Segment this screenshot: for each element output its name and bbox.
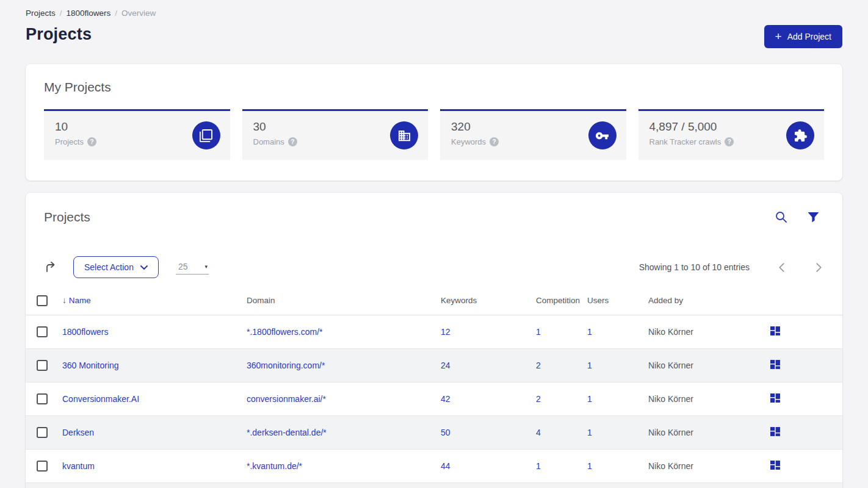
- page-header: Projects + Add Project: [26, 25, 842, 48]
- next-page-button[interactable]: [814, 260, 824, 274]
- dashboard-grid-icon[interactable]: [770, 359, 781, 370]
- project-domain-link[interactable]: *.kvantum.de/*: [247, 461, 302, 471]
- stat-label: Domains: [253, 137, 284, 146]
- stat-tile-domains: 30 Domains ?: [242, 109, 429, 160]
- page-title: Projects: [26, 25, 92, 44]
- breadcrumb-separator: /: [60, 9, 62, 18]
- key-icon: [588, 121, 617, 149]
- project-added-by: Niko Körner: [645, 315, 763, 348]
- column-header-domain[interactable]: Domain: [243, 287, 437, 315]
- table-row: kvantum *.kvantum.de/* 44 1 1 Niko Körne…: [26, 449, 842, 483]
- table-header-row: ↓Name Domain Keywords Competition Users …: [26, 287, 842, 315]
- filter-icon[interactable]: [808, 212, 819, 223]
- project-name-link[interactable]: 360 Monitoring: [62, 361, 119, 370]
- project-keywords-value[interactable]: 44: [441, 461, 450, 471]
- select-caret-icon: ▾: [204, 264, 208, 270]
- select-action-dropdown[interactable]: Select Action: [73, 256, 159, 278]
- project-added-by: Niko Körner: [645, 382, 763, 415]
- stat-label: Projects: [55, 137, 84, 146]
- add-project-button[interactable]: + Add Project: [764, 25, 842, 48]
- select-action-label: Select Action: [84, 262, 134, 272]
- table-row: Conversionmaker.AI conversionmaker.ai/* …: [26, 382, 842, 415]
- project-users-value[interactable]: 1: [587, 461, 592, 471]
- stat-label: Rank Tracker crawls: [649, 137, 722, 146]
- table-row: 1800flowers *.1800flowers.com/* 12 1 1 N…: [26, 315, 842, 348]
- stat-tile-projects: 10 Projects ?: [44, 109, 230, 160]
- column-header-competition[interactable]: Competition: [532, 287, 584, 315]
- projects-table-body: 1800flowers *.1800flowers.com/* 12 1 1 N…: [26, 315, 842, 483]
- project-keywords-value[interactable]: 24: [441, 361, 450, 370]
- copy-icon: [192, 121, 220, 149]
- building-icon: [390, 121, 418, 149]
- project-name-link[interactable]: Conversionmaker.AI: [62, 394, 139, 404]
- column-header-keywords[interactable]: Keywords: [437, 287, 532, 315]
- dashboard-grid-icon[interactable]: [770, 426, 781, 437]
- help-icon[interactable]: ?: [288, 137, 297, 146]
- project-domain-link[interactable]: *.derksen-dental.de/*: [247, 428, 327, 437]
- project-added-by: Niko Körner: [645, 348, 763, 382]
- page: Projects / 1800flowers / Overview Projec…: [0, 0, 868, 488]
- project-competition-value[interactable]: 4: [536, 428, 541, 437]
- project-keywords-value[interactable]: 50: [441, 428, 450, 437]
- stats-grid: 10 Projects ? 30 Domains ?: [44, 109, 824, 160]
- dashboard-grid-icon[interactable]: [770, 393, 781, 403]
- project-keywords-value[interactable]: 12: [441, 327, 450, 337]
- stat-tile-rank-tracker: 4,897 / 5,000 Rank Tracker crawls ?: [638, 109, 825, 160]
- project-users-value[interactable]: 1: [587, 327, 592, 337]
- help-icon[interactable]: ?: [87, 137, 96, 146]
- page-size-value: 25: [178, 262, 188, 271]
- export-arrow-icon[interactable]: [44, 260, 57, 274]
- column-header-users[interactable]: Users: [584, 287, 645, 315]
- breadcrumb-separator: /: [115, 9, 117, 18]
- row-checkbox[interactable]: [37, 360, 48, 371]
- row-checkbox[interactable]: [37, 326, 48, 337]
- help-icon[interactable]: ?: [725, 137, 734, 146]
- projects-table: ↓Name Domain Keywords Competition Users …: [26, 287, 842, 488]
- project-domain-link[interactable]: *.1800flowers.com/*: [247, 327, 323, 337]
- project-users-value[interactable]: 1: [587, 428, 592, 437]
- table-row: 360 Monitoring 360monitoring.com/* 24 2 …: [26, 348, 842, 382]
- help-icon[interactable]: ?: [490, 137, 499, 146]
- project-users-value[interactable]: 1: [587, 361, 592, 370]
- project-competition-value[interactable]: 1: [536, 327, 541, 337]
- my-projects-title: My Projects: [44, 80, 824, 95]
- page-size-select[interactable]: 25 ▾: [176, 260, 209, 274]
- dashboard-grid-icon[interactable]: [770, 326, 781, 336]
- previous-page-button[interactable]: [776, 260, 787, 274]
- search-icon[interactable]: [775, 211, 787, 223]
- column-header-added-by[interactable]: Added by: [645, 287, 763, 315]
- project-competition-value[interactable]: 1: [536, 461, 541, 471]
- project-domain-link[interactable]: 360monitoring.com/*: [247, 361, 325, 370]
- breadcrumb-projects[interactable]: Projects: [26, 9, 56, 18]
- plus-icon: +: [775, 30, 782, 42]
- projects-panel-title: Projects: [44, 210, 90, 224]
- project-added-by: Niko Körner: [645, 449, 763, 483]
- project-domain-link[interactable]: conversionmaker.ai/*: [247, 394, 326, 404]
- project-competition-value[interactable]: 2: [536, 361, 541, 370]
- puzzle-icon: [786, 121, 814, 149]
- project-keywords-value[interactable]: 42: [441, 394, 450, 404]
- project-name-link[interactable]: 1800flowers: [62, 327, 109, 337]
- column-header-name[interactable]: ↓Name: [59, 287, 243, 315]
- projects-panel: Projects Select Action 25 ▾: [26, 193, 842, 488]
- row-checkbox[interactable]: [37, 393, 48, 404]
- table-row-partial: [26, 483, 842, 488]
- dashboard-grid-icon[interactable]: [770, 460, 781, 470]
- row-checkbox[interactable]: [37, 461, 48, 472]
- select-all-checkbox[interactable]: [37, 295, 48, 306]
- table-toolbar: Select Action 25 ▾ Showing 1 to 10 of 10…: [26, 256, 842, 278]
- project-name-link[interactable]: kvantum: [62, 461, 95, 471]
- project-competition-value[interactable]: 2: [536, 394, 541, 404]
- my-projects-card: My Projects 10 Projects ? 30 Domains ?: [26, 64, 842, 181]
- breadcrumb-1800flowers[interactable]: 1800flowers: [67, 9, 111, 18]
- breadcrumb-overview: Overview: [121, 9, 156, 18]
- project-users-value[interactable]: 1: [587, 394, 592, 404]
- row-checkbox[interactable]: [37, 427, 48, 438]
- showing-entries-text: Showing 1 to 10 of 10 entries: [639, 262, 750, 272]
- project-name-link[interactable]: Derksen: [62, 428, 94, 437]
- chevron-down-icon: [140, 265, 148, 270]
- project-added-by: Niko Körner: [645, 415, 763, 449]
- table-row: Derksen *.derksen-dental.de/* 50 4 1 Nik…: [26, 415, 842, 449]
- add-project-label: Add Project: [787, 32, 831, 41]
- stat-tile-keywords: 320 Keywords ?: [440, 109, 626, 160]
